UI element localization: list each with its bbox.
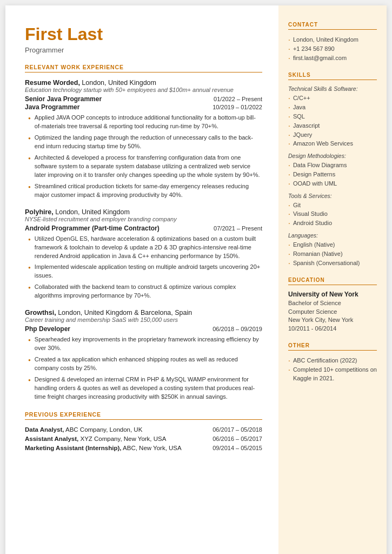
- prev-exp-row-1: Data Analyst, ABC Company, London, UK 06…: [25, 426, 262, 433]
- prev-exp-title-1: Data Analyst, ABC Company, London, UK: [25, 426, 142, 433]
- edu-info: Bachelor of Science Computer Science New…: [288, 299, 377, 333]
- technical-skills-header: Technical Skills & Software:: [288, 85, 377, 92]
- bullet-item: Created a tax application which enhanced…: [28, 355, 262, 373]
- technical-skills-list: C/C++ Java SQL Javascript JQuery Amazon …: [288, 94, 377, 148]
- job-title-2a: Android Programmer (Part-time Contractor…: [25, 225, 160, 232]
- company-tagline-3: Career training and membership SaaS with…: [25, 316, 262, 323]
- job-row-1a: Senior Java Programmer 01/2022 – Present: [25, 95, 262, 103]
- company-name-3: Growthsi, London, United Kingdom & Barce…: [25, 309, 262, 316]
- prev-exp-row-2: Assistant Analyst, XYZ Company, New York…: [25, 436, 262, 442]
- job-dates-1b: 10/2019 – 01/2022: [212, 104, 262, 110]
- contact-item-email: first.last@gmail.com: [288, 54, 377, 63]
- resume-document: First Last Programmer RELEVANT WORK EXPE…: [5, 5, 387, 554]
- other-header: OTHER: [288, 342, 377, 351]
- prev-exp-dates-1: 06/2017 – 05/2018: [212, 426, 262, 433]
- contact-header: CONTACT: [288, 22, 377, 30]
- job-dates-1a: 01/2022 – Present: [214, 96, 262, 102]
- company-growthsi: Growthsi, London, United Kingdom & Barce…: [25, 309, 262, 401]
- contact-item-location: London, United Kingdom: [288, 35, 377, 44]
- skill-item: JQuery: [288, 130, 377, 140]
- skill-item: Java: [288, 103, 377, 112]
- prev-exp-title-3: Marketing Assistant (Internship), ABC, N…: [25, 445, 182, 451]
- job-dates-3a: 06/2018 – 09/2019: [212, 326, 262, 332]
- left-column: First Last Programmer RELEVANT WORK EXPE…: [5, 5, 278, 554]
- bullets-3: Spearheaded key improvements in the prop…: [28, 335, 262, 401]
- skill-item: SQL: [288, 112, 377, 121]
- bullet-item: Architected & developed a process for tr…: [28, 154, 262, 180]
- job-title-1a: Senior Java Programmer: [25, 95, 102, 103]
- skill-item: Data Flow Diagrams: [288, 161, 377, 170]
- bullet-item: Spearheaded key improvements in the prop…: [28, 335, 262, 353]
- bullet-item: Utilized OpenGL ES, hardware acceleratio…: [28, 235, 262, 261]
- skills-header: SKILLS: [288, 72, 377, 80]
- language-item: English (Native): [288, 240, 377, 249]
- skill-item: Git: [288, 201, 377, 210]
- design-skills-list: Data Flow Diagrams Design Patterns OOAD …: [288, 161, 377, 188]
- relevant-work-header: RELEVANT WORK EXPERIENCE: [25, 64, 262, 72]
- tools-skills-list: Git Visual Studio Android Studio: [288, 201, 377, 228]
- prev-exp-dates-3: 09/2014 – 05/2015: [212, 445, 262, 451]
- bullet-item: Streamlined critical production tickets …: [28, 182, 262, 200]
- skill-item: OOAD with UML: [288, 179, 377, 188]
- candidate-name: First Last: [25, 25, 262, 44]
- skill-item: Visual Studio: [288, 209, 377, 219]
- candidate-title: Programmer: [25, 46, 262, 54]
- prev-exp-row-3: Marketing Assistant (Internship), ABC, N…: [25, 445, 262, 451]
- job-title-3a: Php Developer: [25, 325, 70, 333]
- bullet-item: Designed & developed an internal CRM in …: [28, 375, 262, 401]
- contact-item-phone: +1 234 567 890: [288, 44, 377, 54]
- company-name-2: Polyhire, London, United Kingdom: [25, 208, 262, 216]
- skill-item: Amazon Web Services: [288, 139, 377, 148]
- bullet-item: Optimized the landing page through the r…: [28, 134, 262, 151]
- prev-exp-title-2: Assistant Analyst, XYZ Company, New York…: [25, 436, 166, 442]
- contact-list: London, United Kingdom +1 234 567 890 fi…: [288, 35, 377, 62]
- right-column: CONTACT London, United Kingdom +1 234 56…: [278, 5, 387, 554]
- company-tagline-1: Education technology startup with 50+ em…: [25, 87, 262, 93]
- bullet-item: Applied JAVA OOP concepts to introduce a…: [28, 114, 262, 131]
- bullets-2: Utilized OpenGL ES, hardware acceleratio…: [28, 235, 262, 301]
- skill-item: Javascript: [288, 121, 377, 130]
- languages-list: English (Native) Romanian (Native) Spani…: [288, 240, 377, 267]
- tools-services-header: Tools & Services:: [288, 193, 377, 199]
- edu-school: University of New York: [288, 291, 377, 298]
- company-tagline-2: NYSE-listed recruitment and employer bra…: [25, 216, 262, 222]
- languages-header: Languages:: [288, 232, 377, 239]
- company-name-1: Resume Worded, London, United Kingdom: [25, 79, 262, 87]
- skill-item: C/C++: [288, 94, 377, 103]
- skill-item: Android Studio: [288, 219, 377, 228]
- language-item: Romanian (Native): [288, 249, 377, 259]
- company-resume-worded: Resume Worded, London, United Kingdom Ed…: [25, 79, 262, 199]
- other-list: ABC Certification (2022) Completed 10+ c…: [288, 356, 377, 383]
- design-methodologies-header: Design Methodologies:: [288, 153, 377, 159]
- bullet-item: Collaborated with the backend team to co…: [28, 283, 262, 300]
- bullet-item: Implemented widescale application testin…: [28, 263, 262, 280]
- previous-exp-header: PREVIOUS EXPERIENCE: [25, 411, 262, 420]
- other-item: ABC Certification (2022): [288, 356, 377, 365]
- prev-exp-dates-2: 06/2016 – 05/2017: [212, 436, 262, 442]
- education-header: EDUCATION: [288, 277, 377, 285]
- job-row-3a: Php Developer 06/2018 – 09/2019: [25, 325, 262, 333]
- bullets-1: Applied JAVA OOP concepts to introduce a…: [28, 114, 262, 199]
- job-dates-2a: 07/2021 – Present: [214, 225, 262, 232]
- language-item: Spanish (Conversational): [288, 259, 377, 268]
- company-polyhire: Polyhire, London, United Kingdom NYSE-li…: [25, 208, 262, 301]
- other-item: Completed 10+ competitions on Kaggle in …: [288, 365, 377, 383]
- skill-item: Design Patterns: [288, 170, 377, 179]
- job-row-2a: Android Programmer (Part-time Contractor…: [25, 225, 262, 232]
- job-row-1b: Java Programmer 10/2019 – 01/2022: [25, 103, 262, 111]
- job-title-1b: Java Programmer: [25, 103, 79, 111]
